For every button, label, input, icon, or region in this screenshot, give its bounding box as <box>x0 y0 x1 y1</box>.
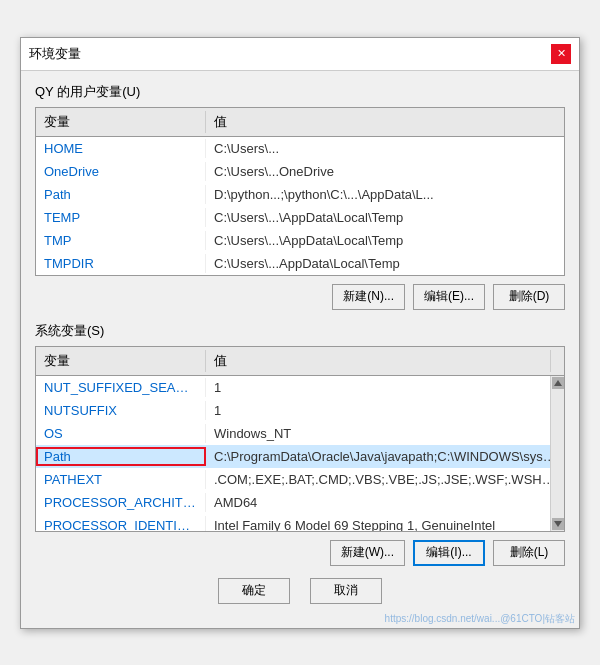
user-buttons-row: 新建(N)... 编辑(E)... 删除(D) <box>35 284 565 310</box>
table-row[interactable]: TMP C:\Users\...\AppData\Local\Temp <box>36 229 564 252</box>
system-buttons-row: 新建(W)... 编辑(I)... 删除(L) <box>35 540 565 566</box>
var-name: NUTSUFFIX <box>36 401 206 420</box>
bottom-buttons-row: 确定 取消 <box>35 578 565 616</box>
var-value: C:\ProgramData\Oracle\Java\javapath;C:\W… <box>206 447 564 466</box>
var-name: NUT_SUFFIXED_SEARCHI <box>36 378 206 397</box>
var-name: TMPDIR <box>36 254 206 273</box>
var-name: Path <box>36 447 206 466</box>
var-value: C:\Users\...AppData\Local\Temp <box>206 254 564 273</box>
var-name: PATHEXT <box>36 470 206 489</box>
system-section-title: 系统变量(S) <box>35 322 565 340</box>
var-name: OneDrive <box>36 162 206 181</box>
user-new-button[interactable]: 新建(N)... <box>332 284 405 310</box>
system-new-button[interactable]: 新建(W)... <box>330 540 405 566</box>
title-bar: 环境变量 ✕ <box>21 38 579 71</box>
user-delete-button[interactable]: 删除(D) <box>493 284 565 310</box>
scroll-up-arrow[interactable] <box>552 377 564 389</box>
user-variables-table: 变量 值 HOME C:\Users\... OneDrive C:\Users… <box>35 107 565 276</box>
dialog-body: QY 的用户变量(U) 变量 值 HOME C:\Users\... OneDr… <box>21 71 579 628</box>
system-table-header: 变量 值 <box>36 347 564 376</box>
var-value: AMD64 <box>206 493 564 512</box>
var-name: TMP <box>36 231 206 250</box>
var-value: Intel Family 6 Model 69 Stepping 1, Genu… <box>206 516 564 531</box>
table-row[interactable]: PROCESSOR_ARCHITECT AMD64 <box>36 491 564 514</box>
cancel-button[interactable]: 取消 <box>310 578 382 604</box>
table-row[interactable]: Path D:\python...;\python\C:\...\AppData… <box>36 183 564 206</box>
var-value: Windows_NT <box>206 424 564 443</box>
path-system-row[interactable]: Path C:\ProgramData\Oracle\Java\javapath… <box>36 445 564 468</box>
table-row[interactable]: PROCESSOR_IDENTIFIER Intel Family 6 Mode… <box>36 514 564 531</box>
ok-button[interactable]: 确定 <box>218 578 290 604</box>
table-row[interactable]: OneDrive C:\Users\...OneDrive <box>36 160 564 183</box>
var-value: C:\Users\...OneDrive <box>206 162 564 181</box>
user-edit-button[interactable]: 编辑(E)... <box>413 284 485 310</box>
table-row[interactable]: TEMP C:\Users\...\AppData\Local\Temp <box>36 206 564 229</box>
table-row[interactable]: PATHEXT .COM;.EXE;.BAT;.CMD;.VBS;.VBE;.J… <box>36 468 564 491</box>
dialog-title: 环境变量 <box>29 45 81 63</box>
var-value: D:\python...;\python\C:\...\AppData\L... <box>206 185 564 204</box>
table-row[interactable]: OS Windows_NT <box>36 422 564 445</box>
var-value: C:\Users\... <box>206 139 564 158</box>
user-section-title: QY 的用户变量(U) <box>35 83 565 101</box>
system-header-var: 变量 <box>36 350 206 372</box>
system-delete-button[interactable]: 删除(L) <box>493 540 565 566</box>
var-value: C:\Users\...\AppData\Local\Temp <box>206 208 564 227</box>
table-row[interactable]: TMPDIR C:\Users\...AppData\Local\Temp <box>36 252 564 275</box>
scroll-spacer <box>550 350 564 372</box>
system-variables-table: 变量 值 NUT_SUFFIXED_SEARCHI 1 NUTSUFFIX 1 … <box>35 346 565 532</box>
system-header-val: 值 <box>206 350 550 372</box>
svg-marker-0 <box>554 380 562 386</box>
table-row[interactable]: HOME C:\Users\... <box>36 137 564 160</box>
user-table-body: HOME C:\Users\... OneDrive C:\Users\...O… <box>36 137 564 275</box>
environment-variables-dialog: 环境变量 ✕ QY 的用户变量(U) 变量 值 HOME C:\Users\..… <box>20 37 580 629</box>
scroll-down-arrow[interactable] <box>552 518 564 530</box>
var-name: PROCESSOR_ARCHITECT <box>36 493 206 512</box>
user-header-var: 变量 <box>36 111 206 133</box>
system-edit-button[interactable]: 编辑(I)... <box>413 540 485 566</box>
close-button[interactable]: ✕ <box>551 44 571 64</box>
var-value: .COM;.EXE;.BAT;.CMD;.VBS;.VBE;.JS;.JSE;.… <box>206 470 564 489</box>
var-value: C:\Users\...\AppData\Local\Temp <box>206 231 564 250</box>
scrollbar[interactable] <box>550 376 564 531</box>
system-table-body: NUT_SUFFIXED_SEARCHI 1 NUTSUFFIX 1 OS Wi… <box>36 376 564 531</box>
var-value: 1 <box>206 378 564 397</box>
var-name: OS <box>36 424 206 443</box>
var-name: Path <box>36 185 206 204</box>
var-name: HOME <box>36 139 206 158</box>
table-row[interactable]: NUT_SUFFIXED_SEARCHI 1 <box>36 376 564 399</box>
table-row[interactable]: NUTSUFFIX 1 <box>36 399 564 422</box>
var-name: PROCESSOR_IDENTIFIER <box>36 516 206 531</box>
user-header-val: 值 <box>206 111 564 133</box>
var-value: 1 <box>206 401 564 420</box>
svg-marker-1 <box>554 521 562 527</box>
user-table-header: 变量 值 <box>36 108 564 137</box>
var-name: TEMP <box>36 208 206 227</box>
